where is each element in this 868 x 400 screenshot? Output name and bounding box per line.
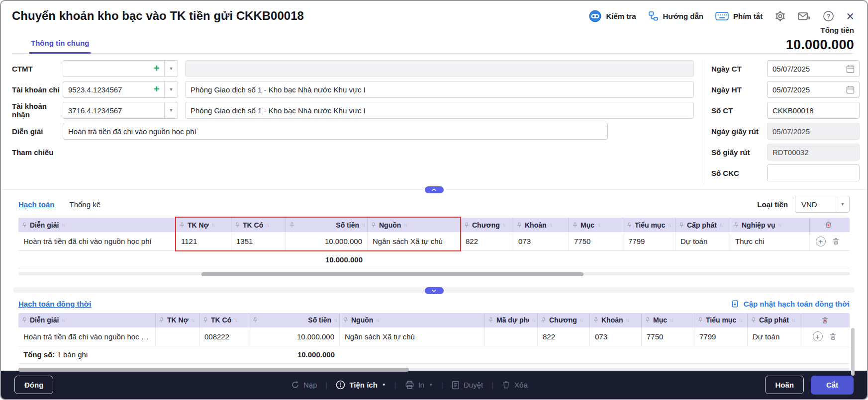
cell-tieu-muc[interactable]: 7799 — [623, 232, 675, 250]
column-header-ma-du-phong[interactable]: Mã dự phòng↑↓ — [485, 313, 538, 327]
mail-forward-icon[interactable] — [798, 11, 811, 21]
vertical-scrollbar[interactable] — [851, 328, 855, 376]
cell-nguon[interactable]: Ngân sách Xã tự chủ — [368, 232, 461, 250]
help-icon[interactable]: ? — [823, 10, 834, 22]
delete-button[interactable]: Xóa — [502, 381, 528, 389]
cell-muc[interactable]: 7750 — [569, 232, 623, 250]
utilities-button[interactable]: Tiện ích ▼ — [336, 380, 386, 390]
collapse-up-button[interactable] — [425, 186, 444, 193]
cell-tieu-muc[interactable]: 7799 — [694, 327, 748, 346]
column-header-dien-giai[interactable]: Diễn giải↑↓ — [18, 313, 156, 327]
cut-button[interactable]: Cắt — [811, 376, 854, 395]
cell-tk-co[interactable]: 008222 — [199, 327, 249, 346]
post-date-input[interactable]: 05/07/2025 — [767, 81, 860, 98]
chevron-down-icon[interactable]: ▼ — [836, 196, 849, 212]
cell-tk-no[interactable] — [156, 327, 199, 346]
column-header-muc[interactable]: Mục↑↓ — [642, 313, 694, 327]
calendar-icon[interactable] — [846, 65, 855, 73]
cell-nghiep-vu[interactable]: Thực chi — [730, 232, 810, 250]
cell-khoan[interactable]: 073 — [513, 232, 569, 250]
credit-account-combo[interactable]: 3716.4.1234567 ▼ — [63, 102, 178, 119]
chevron-down-icon[interactable]: ▼ — [164, 102, 178, 118]
column-header-cap-phat[interactable]: Cấp phát↑↓ — [748, 313, 803, 327]
cell-chuong[interactable]: 822 — [538, 327, 590, 346]
cell-nguon[interactable]: Ngân sách Xã tự chủ — [340, 327, 485, 346]
delete-all-column-header[interactable] — [803, 313, 846, 327]
cell-cap-phat[interactable]: Dự toán — [748, 327, 803, 346]
doc-date-input[interactable]: 05/07/2025 — [767, 60, 860, 77]
hold-button[interactable]: Hoãn — [765, 376, 804, 394]
column-header-chuong[interactable]: Chương↑↓ — [538, 313, 590, 327]
print-button[interactable]: In ▼ — [405, 380, 433, 390]
link-hach-toan-dong-thoi[interactable]: Hạch toán đồng thời — [18, 300, 91, 308]
chevron-down-icon[interactable]: ▼ — [164, 81, 178, 97]
guide-button[interactable]: Hướng dẫn — [648, 11, 704, 21]
cell-tk-no[interactable]: 1121 — [176, 232, 231, 250]
utilities-icon — [336, 380, 345, 390]
tab-thong-tin-chung[interactable]: Thông tin chung — [29, 39, 91, 54]
delete-row-icon[interactable] — [832, 238, 840, 245]
column-header-tk-co[interactable]: TK Có↑↓ — [199, 313, 249, 327]
ctmt-description-field — [185, 60, 694, 77]
horizontal-scrollbar[interactable] — [18, 272, 850, 275]
cell-so-tien[interactable]: 10.000.000 — [286, 232, 368, 250]
description-input[interactable]: Hoàn trả tiền đã chi vào nguồn học phí — [63, 123, 608, 140]
column-header-nghiep-vu[interactable]: Nghiệp vụ↑↓ — [730, 218, 810, 232]
scrollbar-thumb[interactable] — [201, 272, 584, 276]
column-header-tk-no[interactable]: TK Nợ↑↓ — [176, 218, 231, 232]
delete-all-column-header[interactable] — [810, 218, 846, 232]
column-header-tk-co[interactable]: TK Có↑↓ — [231, 218, 286, 232]
tab-hach-toan[interactable]: Hạch toán — [18, 200, 55, 209]
table-total-row: Tổng số: 1 bản ghi10.000.000 — [18, 346, 850, 364]
add-plus-icon[interactable]: + — [154, 83, 164, 96]
gear-icon[interactable] — [774, 10, 786, 22]
cell-dien-giai[interactable]: Hoàn trả tiền đã chi vào nguồn học phí — [18, 327, 156, 346]
cell-ma-du-phong[interactable] — [485, 327, 538, 346]
column-header-cap-phat[interactable]: Cấp phát↑↓ — [675, 218, 730, 232]
cell-chuong[interactable]: 822 — [461, 232, 513, 250]
column-header-tieu-muc[interactable]: Tiểu mục↑↓ — [623, 218, 675, 232]
chevron-down-icon[interactable]: ▼ — [164, 61, 178, 77]
cell-cap-phat[interactable]: Dự toán — [675, 232, 730, 250]
column-header-tieu-muc[interactable]: Tiểu mục↑↓ — [694, 313, 748, 327]
column-header-dien-giai[interactable]: Diễn giải↑↓ — [18, 218, 176, 232]
cell-dien-giai[interactable]: Hoàn trả tiền đã chi vào nguồn học phí — [18, 232, 176, 250]
add-row-icon[interactable]: + — [816, 237, 826, 246]
approve-button[interactable]: Duyệt — [452, 381, 483, 390]
column-header-khoan[interactable]: Khoản↑↓ — [513, 218, 569, 232]
calendar-icon[interactable] — [846, 85, 855, 94]
column-header-khoan[interactable]: Khoản↑↓ — [590, 313, 642, 327]
column-header-so-tien[interactable]: Số tiền↑↓ — [286, 218, 368, 232]
column-header-chuong[interactable]: Chương↑↓ — [461, 218, 513, 232]
column-header-nguon[interactable]: Nguồn↑↓ — [368, 218, 461, 232]
update-simultaneous-link[interactable]: Cập nhật hạch toán đồng thời — [731, 300, 850, 308]
add-plus-icon[interactable]: + — [154, 62, 164, 75]
cell-khoan[interactable]: 073 — [590, 327, 642, 346]
delete-row-icon[interactable] — [829, 333, 837, 340]
horizontal-scrollbar[interactable] — [18, 368, 850, 371]
table-header-row: Diễn giải↑↓TK Nợ↑↓TK Có↑↓Số tiền↑↓Nguồn↑… — [18, 218, 850, 232]
svg-text:?: ? — [827, 13, 831, 20]
reload-button[interactable]: Nạp — [291, 381, 317, 389]
add-row-icon[interactable]: + — [813, 331, 823, 341]
ckc-number-input[interactable] — [767, 164, 860, 181]
scrollbar-thumb[interactable] — [18, 368, 409, 372]
column-header-so-tien[interactable]: Số tiền↑↓ — [249, 313, 340, 327]
ctmt-combo[interactable]: + ▼ — [63, 60, 178, 77]
close-button[interactable]: Đóng — [14, 376, 53, 394]
column-header-nguon[interactable]: Nguồn↑↓ — [340, 313, 485, 327]
cell-tk-co[interactable]: 1351 — [231, 232, 286, 250]
close-icon[interactable]: × — [846, 11, 854, 21]
doc-number-input[interactable]: CKKB00018 — [767, 102, 860, 119]
shortcut-button[interactable]: Phím tắt — [715, 11, 763, 21]
tab-thong-ke[interactable]: Thống kê — [70, 200, 101, 209]
currency-select[interactable]: VND ▼ — [795, 196, 850, 213]
collapse-down-button[interactable] — [425, 287, 444, 294]
cell-muc[interactable]: 7750 — [642, 327, 694, 346]
debit-account-combo[interactable]: 9523.4.1234567 + ▼ — [63, 81, 178, 98]
column-header-tk-no[interactable]: TK Nợ↑↓ — [156, 313, 199, 327]
cell-so-tien[interactable]: 10.000.000 — [249, 327, 340, 346]
check-button[interactable]: Kiểm tra — [589, 10, 636, 22]
column-header-muc[interactable]: Mục↑↓ — [569, 218, 623, 232]
empty-total-cell — [642, 346, 694, 363]
